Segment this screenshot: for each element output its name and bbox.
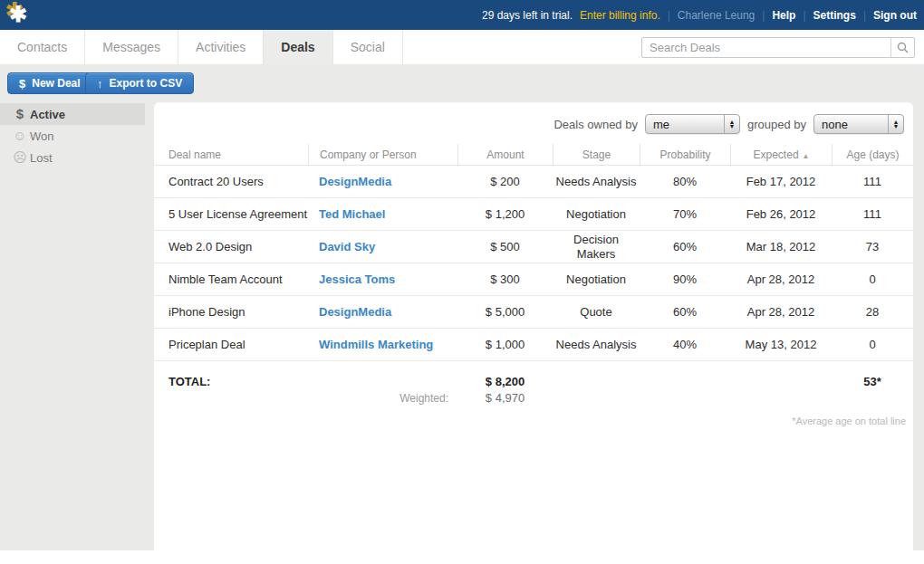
company-link[interactable]: DesignMedia (308, 305, 391, 319)
smile-face-icon: ☺ (10, 125, 30, 147)
amount-cell: $ 5,000 (457, 305, 553, 320)
expected-cell: Feb 17, 2012 (730, 175, 832, 189)
col-header-expected[interactable]: Expected▲ (730, 144, 832, 166)
expected-cell: Mar 18, 2012 (730, 240, 832, 254)
tab-messages[interactable]: Messages (85, 30, 178, 64)
table-row[interactable]: Nimble Team Account Jessica Toms $ 300 N… (154, 263, 913, 296)
amount-cell: $ 300 (457, 272, 553, 287)
separator: | (803, 9, 805, 22)
export-csv-label: Export to CSV (110, 77, 183, 90)
company-cell: David Sky (308, 240, 457, 254)
company-link[interactable]: Ted Michael (308, 207, 385, 221)
tab-deals[interactable]: Deals (264, 30, 332, 64)
table-row[interactable]: iPhone Design DesignMedia $ 5,000 Quote … (154, 296, 913, 329)
sidebar-item-label: Active (30, 108, 65, 121)
probability-cell: 60% (640, 305, 730, 320)
search-icon[interactable] (890, 38, 914, 57)
settings-link[interactable]: Settings (813, 9, 856, 22)
company-cell: DesignMedia (308, 175, 457, 189)
owned-by-value: me (646, 118, 724, 131)
col-header-deal-name[interactable]: Deal name (154, 144, 308, 166)
sidebar-item-active[interactable]: $ Active (0, 103, 145, 125)
weighted-amount: $ 4,970 (457, 391, 553, 405)
select-stepper-icon: ▲▼ (724, 115, 739, 133)
user-name-link[interactable]: Charlene Leung (678, 9, 755, 22)
total-label: TOTAL: (154, 375, 308, 388)
col-header-probability[interactable]: Probability (640, 144, 730, 166)
expected-cell: Apr 28, 2012 (730, 272, 832, 287)
company-link[interactable]: David Sky (308, 240, 375, 253)
age-cell: 0 (832, 338, 913, 352)
amount-cell: $ 500 (457, 240, 553, 254)
dollar-icon: $ (19, 77, 25, 91)
sidebar-item-won[interactable]: ☺ Won (0, 125, 145, 147)
stage-cell: Negotiation (553, 272, 640, 287)
amount-cell: $ 1,000 (457, 338, 553, 352)
table-row[interactable]: Web 2.0 Design David Sky $ 500 Decision … (154, 231, 913, 263)
top-header-bar: ✱ ✱ 29 days left in trial. Enter billing… (0, 0, 924, 30)
owned-by-select[interactable]: me ▲▼ (645, 114, 740, 134)
trial-countdown-text: 29 days left in trial. (482, 9, 573, 22)
owned-by-label: Deals owned by (553, 118, 638, 131)
expected-cell: Feb 26, 2012 (730, 207, 832, 222)
sign-out-link[interactable]: Sign out (873, 9, 917, 22)
grouped-by-value: none (814, 118, 888, 131)
tab-social[interactable]: Social (333, 30, 403, 64)
deal-name-cell: Web 2.0 Design (154, 238, 308, 256)
col-header-stage[interactable]: Stage (553, 144, 640, 166)
probability-cell: 70% (640, 207, 730, 222)
stage-cell: Needs Analysis (553, 338, 640, 352)
deal-filters: Deals owned by me ▲▼ grouped by none ▲▼ (553, 114, 904, 134)
weighted-row: Weighted: $ 4,970 (154, 391, 913, 405)
table-row[interactable]: Contract 20 Users DesignMedia $ 200 Need… (154, 166, 913, 198)
sidebar-item-label: Lost (30, 151, 53, 165)
stage-cell: Decision Makers (553, 233, 640, 262)
sidebar-item-lost[interactable]: ☹ Lost (0, 147, 145, 168)
deals-panel: Deals owned by me ▲▼ grouped by none ▲▼ … (154, 102, 913, 550)
grouped-by-label: grouped by (747, 118, 806, 131)
topbar-links: 29 days left in trial. Enter billing inf… (482, 0, 917, 30)
export-csv-button[interactable]: ↑ Export to CSV (85, 72, 194, 94)
weighted-label: Weighted: (308, 392, 457, 405)
age-cell: 0 (832, 272, 913, 287)
deal-name-cell: 5 User License Agreement (154, 206, 308, 224)
dollar-icon: $ (10, 103, 30, 125)
probability-cell: 80% (640, 175, 730, 189)
company-link[interactable]: Windmills Marketing (308, 338, 433, 351)
col-header-company[interactable]: Company or Person (308, 144, 457, 166)
grouped-by-select[interactable]: none ▲▼ (813, 114, 904, 134)
company-link[interactable]: DesignMedia (308, 175, 391, 188)
expected-cell: Apr 28, 2012 (730, 305, 832, 320)
sort-asc-icon: ▲ (803, 152, 810, 160)
company-cell: Windmills Marketing (308, 338, 457, 352)
col-header-age[interactable]: Age (days) (832, 144, 913, 166)
search-deals-box (641, 37, 915, 58)
up-arrow-icon: ↑ (97, 77, 103, 91)
amount-cell: $ 200 (457, 175, 553, 189)
table-row[interactable]: Priceplan Deal Windmills Marketing $ 1,0… (154, 329, 913, 361)
col-header-amount[interactable]: Amount (457, 144, 553, 166)
enter-billing-link[interactable]: Enter billing info. (580, 9, 660, 22)
new-deal-label: New Deal (32, 77, 80, 90)
tab-activities[interactable]: Activities (178, 30, 264, 64)
totals-section: TOTAL: $ 8,200 53* Weighted: $ 4,970 (154, 375, 913, 426)
total-age: 53* (832, 375, 913, 388)
tab-contacts[interactable]: Contacts (0, 30, 85, 64)
select-stepper-icon: ▲▼ (888, 115, 903, 133)
probability-cell: 40% (640, 338, 730, 352)
total-row: TOTAL: $ 8,200 53* (154, 375, 913, 388)
company-cell: DesignMedia (308, 305, 457, 320)
deals-sidebar: $ Active ☺ Won ☹ Lost (0, 103, 154, 168)
stage-cell: Negotiation (553, 207, 640, 222)
deal-name-cell: Nimble Team Account (154, 271, 308, 289)
search-deals-input[interactable] (642, 38, 890, 57)
total-amount: $ 8,200 (457, 375, 553, 388)
expected-cell: May 13, 2012 (730, 338, 832, 352)
nimble-logo-icon[interactable]: ✱ ✱ (7, 1, 34, 28)
new-deal-button[interactable]: $ New Deal (7, 72, 92, 94)
workspace-background: $ New Deal ↑ Export to CSV $ Active ☺ Wo… (0, 64, 924, 550)
table-row[interactable]: 5 User License Agreement Ted Michael $ 1… (154, 198, 913, 231)
company-link[interactable]: Jessica Toms (308, 272, 395, 286)
help-link[interactable]: Help (772, 9, 795, 22)
company-cell: Ted Michael (308, 207, 457, 222)
